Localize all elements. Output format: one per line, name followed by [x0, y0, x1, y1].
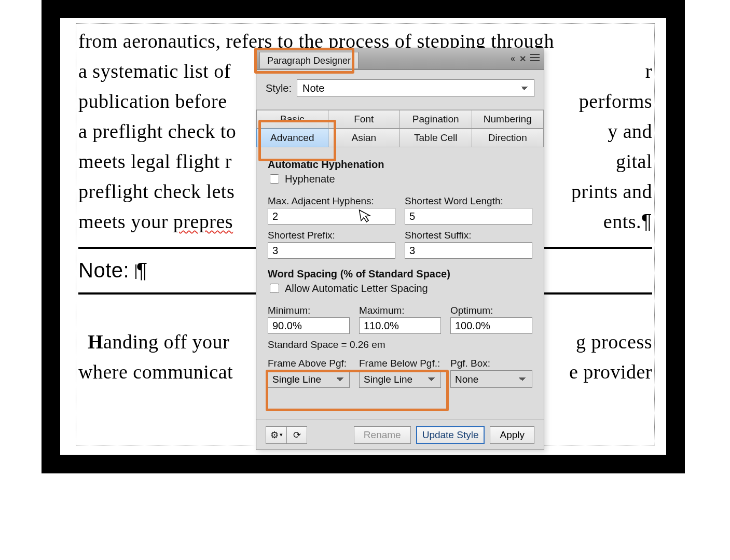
hyphenate-checkbox[interactable]: [270, 174, 279, 184]
pgf-box-label: Pgf. Box:: [450, 358, 532, 369]
pilcrow-icon: ¶: [641, 211, 652, 232]
tab-row-1: Basic Font Pagination Numbering: [256, 110, 544, 129]
gear-icon: ⚙: [270, 429, 279, 441]
frame-below-label: Frame Below Pgf.:: [359, 358, 441, 369]
minimum-label: Minimum:: [268, 305, 350, 316]
minimum-input[interactable]: [268, 317, 350, 334]
tab-numbering[interactable]: Numbering: [472, 110, 544, 129]
tab-row-2: Advanced Asian Table Cell Direction: [256, 129, 544, 147]
wordspacing-section-title: Word Spacing (% of Standard Space): [268, 268, 532, 280]
frame-above-label: Frame Above Pgf:: [268, 358, 350, 369]
standard-space-text: Standard Space = 0.26 em: [268, 339, 532, 351]
shortest-prefix-label: Shortest Prefix:: [268, 230, 395, 241]
shortest-suffix-label: Shortest Suffix:: [405, 230, 532, 241]
frame-above-dropdown[interactable]: Single Line: [268, 370, 350, 388]
refresh-icon: ⟳: [293, 429, 301, 441]
update-style-button[interactable]: Update Style: [416, 426, 485, 444]
shortest-suffix-input[interactable]: [405, 242, 532, 259]
chevron-down-icon: ▾: [280, 431, 283, 438]
max-adj-hyphens-label: Max. Adjacent Hyphens:: [268, 195, 395, 207]
tab-tablecell[interactable]: Table Cell: [400, 129, 472, 147]
tab-advanced[interactable]: Advanced: [256, 129, 328, 147]
shortest-prefix-input[interactable]: [268, 242, 395, 259]
apply-button[interactable]: Apply: [490, 426, 534, 444]
gear-menu-button[interactable]: ⚙▾: [266, 426, 286, 444]
refresh-button[interactable]: ⟳: [286, 426, 307, 444]
style-label: Style:: [266, 82, 292, 94]
style-dropdown[interactable]: Note: [297, 79, 534, 97]
pgf-box-dropdown[interactable]: None: [450, 370, 532, 388]
hyphenate-label: Hyphenate: [285, 173, 335, 185]
panel-titlebar[interactable]: Paragraph Designer « ✕: [256, 48, 544, 70]
allow-letter-spacing-checkbox[interactable]: [270, 284, 279, 293]
maximum-label: Maximum:: [359, 305, 441, 316]
tab-pagination[interactable]: Pagination: [400, 110, 472, 129]
allow-letter-spacing-label: Allow Automatic Letter Spacing: [285, 283, 428, 295]
optimum-label: Optimum:: [450, 305, 532, 316]
spellcheck-squiggle: prepres: [173, 211, 233, 232]
paragraph-designer-panel: Paragraph Designer « ✕ Style: Note Basic…: [256, 48, 544, 450]
max-adj-hyphens-input[interactable]: [268, 208, 395, 225]
panel-menu-icon[interactable]: [530, 54, 540, 61]
shortest-word-label: Shortest Word Length:: [405, 195, 532, 207]
tab-font[interactable]: Font: [328, 110, 401, 129]
frame-below-dropdown[interactable]: Single Line: [359, 370, 441, 388]
collapse-icon[interactable]: «: [511, 54, 515, 64]
panel-title-tab[interactable]: Paragraph Designer: [259, 52, 359, 68]
pilcrow-icon: ¶: [136, 259, 148, 282]
close-icon[interactable]: ✕: [519, 54, 526, 64]
tab-direction[interactable]: Direction: [472, 129, 544, 147]
shortest-word-input[interactable]: [405, 208, 532, 225]
optimum-input[interactable]: [450, 317, 532, 334]
maximum-input[interactable]: [359, 317, 441, 334]
hyphenation-section-title: Automatic Hyphenation: [268, 159, 532, 171]
screenshot-frame: from aeronautics, refers to the process …: [42, 0, 685, 473]
rename-button[interactable]: Rename: [354, 426, 411, 444]
tab-asian[interactable]: Asian: [328, 129, 401, 147]
panel-footer: ⚙▾ ⟳ Rename Update Style Apply: [256, 419, 544, 450]
tab-basic[interactable]: Basic: [256, 110, 328, 129]
